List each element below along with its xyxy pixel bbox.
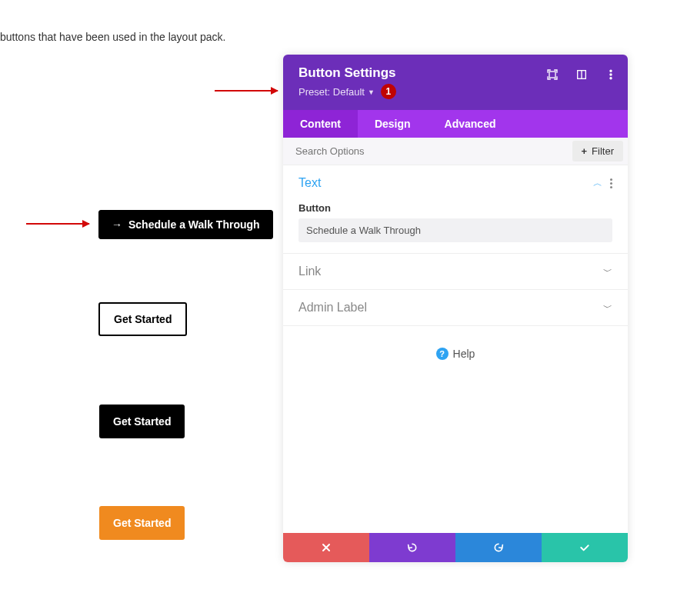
button-settings-panel: Button Settings Preset: Default ▼ 1 Cont… bbox=[283, 55, 628, 562]
filter-button[interactable]: + Filter bbox=[572, 141, 623, 161]
filter-label: Filter bbox=[592, 145, 614, 157]
arrow-annotation-1 bbox=[215, 90, 278, 92]
section-admin-label: Admin Label ﹀ bbox=[283, 290, 628, 326]
section-text-header[interactable]: Text ︿ bbox=[298, 176, 612, 190]
panel-footer bbox=[283, 533, 628, 562]
tab-advanced[interactable]: Advanced bbox=[428, 110, 513, 138]
section-link-header[interactable]: Link ﹀ bbox=[298, 265, 612, 278]
undo-icon bbox=[406, 541, 419, 554]
undo-button[interactable] bbox=[369, 533, 455, 562]
cancel-button[interactable] bbox=[283, 533, 369, 562]
preset-label: Preset: Default bbox=[298, 86, 365, 98]
section-admin-label-title: Admin Label bbox=[298, 301, 367, 315]
svg-point-5 bbox=[610, 78, 612, 79]
caret-down-icon: ▼ bbox=[368, 88, 375, 96]
button-text-input[interactable] bbox=[298, 218, 612, 242]
arrow-annotation-2 bbox=[26, 223, 89, 225]
schedule-walkthrough-button[interactable]: → Schedule a Walk Through bbox=[98, 210, 273, 239]
kebab-icon[interactable] bbox=[605, 68, 617, 81]
section-admin-label-header[interactable]: Admin Label ﹀ bbox=[298, 301, 612, 315]
panel-body: Text ︿ Button Link ﹀ Admin Label bbox=[283, 165, 628, 533]
get-started-orange-button[interactable]: Get Started bbox=[99, 506, 185, 540]
get-started-dark-label: Get Started bbox=[113, 415, 171, 428]
section-text-title: Text bbox=[298, 176, 321, 190]
section-text: Text ︿ Button bbox=[283, 165, 628, 254]
chevron-down-icon: ﹀ bbox=[603, 301, 612, 315]
svg-point-3 bbox=[610, 70, 612, 72]
save-button[interactable] bbox=[542, 533, 628, 562]
tab-content[interactable]: Content bbox=[283, 110, 358, 138]
preset-selector[interactable]: Preset: Default ▼ 1 bbox=[298, 84, 612, 99]
close-icon bbox=[320, 541, 332, 554]
columns-icon[interactable] bbox=[575, 68, 588, 81]
section-link-title: Link bbox=[298, 265, 321, 278]
step-badge: 1 bbox=[381, 84, 396, 99]
settings-tabs: Content Design Advanced bbox=[283, 110, 628, 138]
svg-rect-0 bbox=[549, 72, 555, 78]
chevron-up-icon: ︿ bbox=[593, 177, 602, 190]
get-started-outline-button[interactable]: Get Started bbox=[98, 302, 187, 336]
plus-icon: + bbox=[582, 145, 588, 157]
expand-icon[interactable] bbox=[546, 68, 559, 81]
button-field-label: Button bbox=[298, 202, 612, 214]
help-label: Help bbox=[453, 348, 475, 360]
get-started-outline-label: Get Started bbox=[114, 313, 172, 325]
get-started-orange-label: Get Started bbox=[113, 517, 171, 529]
schedule-walkthrough-label: Schedule a Walk Through bbox=[128, 218, 260, 231]
arrow-right-icon: → bbox=[112, 218, 122, 231]
check-icon bbox=[579, 541, 591, 554]
help-row[interactable]: ? Help bbox=[283, 326, 628, 381]
section-kebab-icon[interactable] bbox=[610, 178, 612, 188]
svg-point-4 bbox=[610, 74, 612, 75]
section-link: Link ﹀ bbox=[283, 254, 628, 290]
redo-icon bbox=[492, 541, 505, 554]
search-input[interactable] bbox=[283, 138, 568, 165]
panel-header: Button Settings Preset: Default ▼ 1 bbox=[283, 55, 628, 110]
help-icon: ? bbox=[436, 348, 449, 360]
intro-text: buttons that have been used in the layou… bbox=[0, 31, 225, 43]
get-started-dark-button[interactable]: Get Started bbox=[99, 405, 185, 438]
search-row: + Filter bbox=[283, 138, 628, 165]
tab-design[interactable]: Design bbox=[358, 110, 428, 138]
chevron-down-icon: ﹀ bbox=[603, 265, 612, 278]
redo-button[interactable] bbox=[455, 533, 542, 562]
